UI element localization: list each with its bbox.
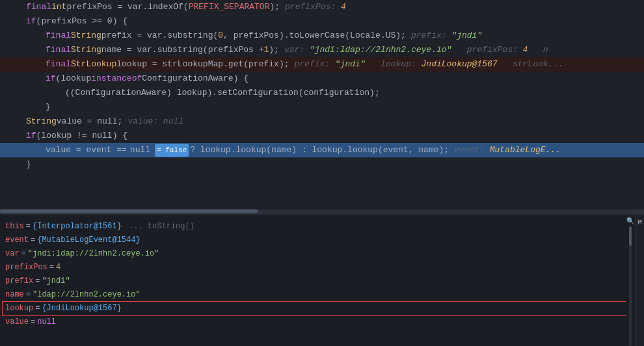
code-line-10: if (lookup != null) { [0,129,644,143]
token: } [26,158,31,171]
code-line-7: ((ConfigurationAware) lookup).setConfigu… [0,86,644,100]
var-eq: = [21,248,26,260]
token: int [51,1,66,14]
inline-value: event: MutableLogE... [454,144,561,157]
code-line-1: final int prefixPos = var.indexOf( PREFI… [0,0,644,14]
token: String [71,29,101,42]
code-line-8: } [0,100,644,114]
right-margin-label: M [635,215,644,346]
token: 1 [263,44,269,57]
token: final [46,58,71,71]
token: ); [269,1,280,14]
mini-scrollbar-thumb [629,226,632,246]
var-value-prefixpos: 4 [56,261,60,274]
token: ); [269,44,279,57]
vars-right-panel: 🔍 [626,215,635,346]
token: (lookup != null) { [36,129,127,142]
token: PREFIX_SEPARATOR [189,1,270,14]
var-name-name: name [5,289,24,301]
token: if [26,129,36,142]
token: value = null; [57,115,122,128]
var-eq: = [26,289,31,301]
var-name-value: value [5,316,29,328]
var-name-event: event [5,234,29,246]
inline-value: prefix: "jndi" [411,29,482,42]
var-value-this: {Interpolator@1561} [33,220,122,233]
var-eq: = [31,316,35,328]
var-name[interactable]: name = "ldap://2lnhn2.ceye.io" [3,288,626,302]
inline-value: var: "jndi:ldap://2lnhn2.ceye.io" prefix… [284,44,548,57]
code-line-3: final String prefix = var.substring( 0 ,… [0,29,644,43]
token: (lookup [56,72,92,85]
var-value-lookup: {JndiLookup@1567} [42,302,121,315]
token: String [26,115,57,128]
code-editor: final int prefixPos = var.indexOf( PREFI… [0,0,644,208]
token: value = event == [46,144,127,157]
var-value-prefix: "jndi" [42,275,70,287]
var-name-this: this [5,220,24,233]
variables-list: this = {Interpolator@1561} ... toString(… [0,215,626,346]
null-badge: null [128,144,152,157]
inline-value: value: null [127,115,183,128]
var-value-name: "ldap://2lnhn2.ceye.io" [33,289,141,301]
code-line-9: String value = null; value: null [0,114,644,129]
token: instanceof [91,72,142,85]
var-eq: = [31,234,35,246]
var-eq: = [35,302,40,315]
token: 0 [218,29,223,42]
token: final [46,29,71,42]
token: prefixPos = var.indexOf( [66,1,188,14]
var-name-lookup: lookup [5,302,33,315]
var-eq: = [49,261,54,274]
var-eq: = [35,275,40,287]
token: if [46,72,56,85]
token: prefix = var.substring( [101,29,218,42]
code-line-11: value = event == null = false ? lookup.l… [0,143,644,157]
horizontal-scrollbar[interactable] [0,208,644,213]
var-eq: = [26,220,31,233]
var-lookup[interactable]: lookup = {JndiLookup@1567} [3,302,626,315]
code-line-6: if (lookup instanceof ConfigurationAware… [0,72,644,86]
inline-value: prefixPos: 4 [285,1,346,14]
token: (prefixPos >= 0) { [36,15,127,28]
token: ? lookup.lookup(name) : lookup.lookup(ev… [190,144,449,157]
search-icon[interactable]: 🔍 [626,217,634,225]
var-value-value: null [37,316,56,328]
var-value-event: {MutableLogEvent@1544} [37,234,140,246]
inline-value: prefix: "jndi" lookup: JndiLookup@1567 s… [294,58,563,71]
token: if [26,15,36,28]
var-value-var: "jndi:ldap://2lnhn2.ceye.io" [28,248,159,260]
var-name-prefix: prefix [5,275,33,287]
code-line-12: } [0,157,644,172]
token: ConfigurationAware) { [142,72,248,85]
token: name = var.substring(prefixPos + [101,44,264,57]
var-prefixpos[interactable]: prefixPos = 4 [3,261,626,274]
mini-scrollbar-track[interactable] [629,226,632,346]
token: US); [386,29,406,42]
var-name-var: var [5,248,20,260]
var-name-prefixpos: prefixPos [5,261,47,274]
token: , prefixPos).toLowerCase(Locale. [223,29,386,42]
var-prefix[interactable]: prefix = "jndi" [3,274,626,288]
token: lookup = strLookupMap.get(prefix); [116,58,289,71]
variables-panel: this = {Interpolator@1561} ... toString(… [0,215,644,346]
var-extra-this: ... toString() [124,220,195,233]
false-badge: = false [155,144,189,157]
m-label: M [637,219,642,226]
var-value[interactable]: value = null [3,315,626,329]
token: String [71,44,101,57]
token: ((ConfigurationAware) lookup).setConfigu… [65,86,380,100]
code-line-2: if (prefixPos >= 0) { [0,14,644,29]
var-var[interactable]: var = "jndi:ldap://2lnhn2.ceye.io" [3,247,626,261]
token: final [26,1,51,14]
token: final [46,44,71,57]
token: StrLookup [71,58,116,71]
var-this[interactable]: this = {Interpolator@1561} ... toString(… [3,220,626,233]
token: } [46,101,51,114]
code-line-4: final String name = var.substring(prefix… [0,43,644,57]
code-line-5: final StrLookup lookup = strLookupMap.ge… [0,57,644,72]
var-event[interactable]: event = {MutableLogEvent@1544} [3,233,626,247]
